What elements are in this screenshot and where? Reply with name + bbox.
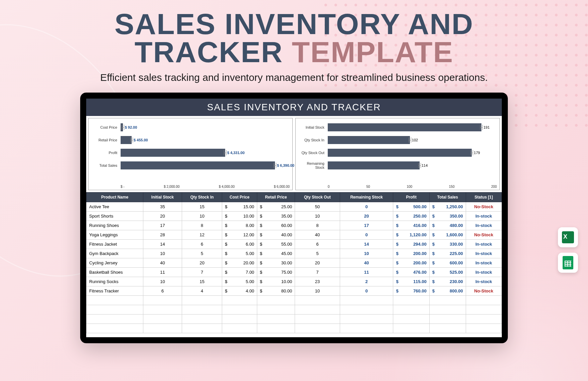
chart-bar: $ 6,390.00	[121, 161, 275, 169]
chart-category-label: Profit	[91, 151, 121, 155]
table-cell-empty	[143, 296, 182, 305]
table-cell: Cycling Jersey	[87, 258, 143, 268]
table-cell-empty	[143, 324, 182, 333]
table-cell: $10.00	[222, 212, 257, 221]
table-header-cell: Profit	[393, 193, 429, 202]
table-cell: $480.00	[429, 221, 466, 230]
excel-icon	[562, 231, 574, 243]
table-cell-empty	[87, 324, 143, 333]
table-row: Sport Shorts2010$10.00$35.001020$250.00$…	[87, 212, 502, 221]
chart-category-label: Remaining Stock	[298, 161, 328, 169]
table-cell: 20	[295, 258, 340, 268]
chart-bar-row: Initial Stock191	[298, 121, 497, 134]
table-cell: 50	[295, 202, 340, 212]
table-cell: 40	[340, 258, 393, 268]
table-cell-empty	[182, 296, 222, 305]
chart-value-label: $ 92.00	[125, 125, 137, 129]
table-cell: $80.00	[257, 286, 295, 296]
chart-category-label: Qty Stock In	[298, 138, 328, 142]
axis-tick: 200	[491, 185, 497, 188]
app-header: SALES INVENTORY AND TRACKER	[86, 99, 502, 116]
table-cell: 7	[295, 268, 340, 277]
file-format-badges	[558, 227, 578, 278]
table-cell-empty	[143, 305, 182, 314]
table-cell-empty	[182, 305, 222, 314]
table-header-cell: Total Sales	[429, 193, 466, 202]
excel-badge[interactable]	[558, 227, 578, 247]
sheets-icon	[563, 256, 573, 269]
table-cell: 6	[182, 240, 222, 249]
table-cell: $4.00	[222, 286, 257, 296]
chart-value-label: $ 6,390.00	[277, 163, 294, 167]
table-header-cell: Qty Stock In	[182, 193, 222, 202]
chart-bar-wrap: $ 6,390.00	[121, 161, 290, 169]
chart-bar-row: Total Sales$ 6,390.00	[91, 159, 290, 172]
axis-tick: $ -	[121, 185, 125, 188]
table-cell-empty	[393, 324, 429, 333]
table-cell: 8	[295, 221, 340, 230]
table-header-cell: Initial Stock	[143, 193, 182, 202]
table-cell-empty	[257, 296, 295, 305]
table-cell: 20	[340, 212, 393, 221]
sheets-badge[interactable]	[558, 253, 578, 273]
table-cell: $500.00	[393, 202, 429, 212]
table-cell: $35.00	[257, 212, 295, 221]
table-cell: 20	[143, 212, 182, 221]
table-cell-empty	[393, 314, 429, 324]
charts-row: Cost Price$ 92.00Retail Price$ 455.00Pro…	[86, 116, 502, 192]
inventory-table: Product NameInitial StockQty Stock InCos…	[86, 192, 502, 333]
table-cell-empty	[257, 305, 295, 314]
table-cell: $60.00	[257, 221, 295, 230]
table-cell: Fitness Jacket	[87, 240, 143, 249]
table-cell: Gym Backpack	[87, 249, 143, 258]
chart-bar-wrap: 102	[328, 136, 497, 144]
axis-tick: 50	[366, 185, 370, 188]
chart-bar-wrap: $ 4,331.00	[121, 149, 290, 157]
table-cell: 5	[295, 249, 340, 258]
table-cell: 10	[143, 249, 182, 258]
chart-value-label: 114	[422, 163, 428, 167]
table-cell-empty	[182, 314, 222, 324]
table-cell-empty	[295, 314, 340, 324]
chart-bar: 191	[328, 123, 481, 131]
chart-bar-wrap: 114	[328, 161, 497, 169]
table-cell: $330.00	[429, 240, 466, 249]
table-cell: 2	[340, 277, 393, 286]
table-cell: 7	[182, 268, 222, 277]
table-cell: Basketball Shoes	[87, 268, 143, 277]
table-cell: $15.00	[222, 202, 257, 212]
table-cell: $600.00	[429, 258, 466, 268]
table-cell-empty	[429, 324, 466, 333]
table-cell: 6	[143, 286, 182, 296]
chart-bar: $ 455.00	[121, 136, 132, 144]
chart-bar-wrap: $ 455.00	[121, 136, 290, 144]
table-cell-empty	[257, 314, 295, 324]
main-title: SALES INVENTORY AND TRACKER TEMPLATE	[0, 10, 588, 66]
table-cell: $1,600.00	[429, 230, 466, 240]
table-cell: In-stock	[466, 268, 501, 277]
chart-bar-row: Qty Stock In102	[298, 134, 497, 146]
table-cell-empty	[222, 314, 257, 324]
table-header-cell: Qty Stock Out	[295, 193, 340, 202]
table-cell: $5.00	[222, 249, 257, 258]
table-cell: 6	[295, 240, 340, 249]
table-cell-empty	[340, 296, 393, 305]
table-cell: $10.00	[257, 277, 295, 286]
table-cell: 40	[295, 230, 340, 240]
table-cell: Sport Shorts	[87, 212, 143, 221]
chart-bar: $ 4,331.00	[121, 149, 225, 157]
subtitle: Efficient sales tracking and inventory m…	[0, 72, 588, 83]
table-cell: Active Tee	[87, 202, 143, 212]
table-cell: 10	[143, 277, 182, 286]
table-cell: 35	[143, 202, 182, 212]
chart-category-label: Initial Stock	[298, 125, 328, 129]
table-cell: 17	[143, 221, 182, 230]
table-cell: No-Stock	[466, 286, 501, 296]
table-cell-empty	[340, 324, 393, 333]
chart-category-label: Qty Stock Out	[298, 151, 328, 155]
table-header-cell: Retail Price	[257, 193, 295, 202]
table-cell: $20.00	[222, 258, 257, 268]
table-cell-empty	[182, 324, 222, 333]
table-cell: 10	[295, 212, 340, 221]
table-cell: 28	[143, 230, 182, 240]
